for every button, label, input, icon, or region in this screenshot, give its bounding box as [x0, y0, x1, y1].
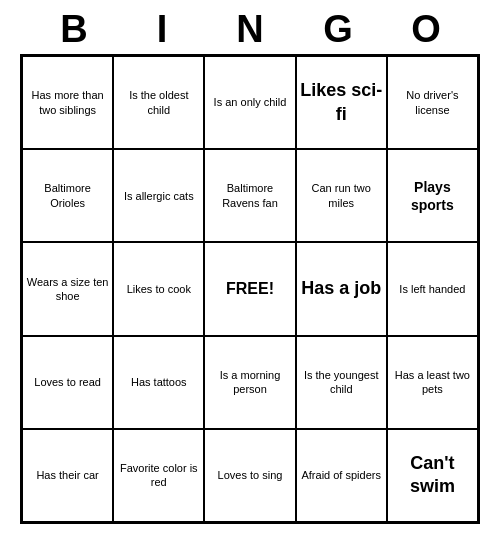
- bingo-letter-o: O: [382, 10, 470, 48]
- bingo-letter-n: N: [206, 10, 294, 48]
- bingo-grid: Has more than two siblingsIs the oldest …: [20, 54, 480, 524]
- bingo-cell-3: Likes sci-fi: [296, 56, 387, 149]
- bingo-cell-6: Is allergic cats: [113, 149, 204, 242]
- bingo-cell-4: No driver's license: [387, 56, 478, 149]
- bingo-cell-2: Is an only child: [204, 56, 295, 149]
- bingo-cell-7: Baltimore Ravens fan: [204, 149, 295, 242]
- bingo-cell-14: Is left handed: [387, 242, 478, 335]
- bingo-cell-19: Has a least two pets: [387, 336, 478, 429]
- bingo-cell-8: Can run two miles: [296, 149, 387, 242]
- bingo-cell-15: Loves to read: [22, 336, 113, 429]
- bingo-letter-i: I: [118, 10, 206, 48]
- bingo-cell-1: Is the oldest child: [113, 56, 204, 149]
- bingo-cell-16: Has tattoos: [113, 336, 204, 429]
- bingo-cell-10: Wears a size ten shoe: [22, 242, 113, 335]
- bingo-cell-23: Afraid of spiders: [296, 429, 387, 522]
- bingo-cell-18: Is the youngest child: [296, 336, 387, 429]
- bingo-cell-12: FREE!: [204, 242, 295, 335]
- bingo-cell-13: Has a job: [296, 242, 387, 335]
- bingo-cell-22: Loves to sing: [204, 429, 295, 522]
- bingo-cell-0: Has more than two siblings: [22, 56, 113, 149]
- bingo-cell-20: Has their car: [22, 429, 113, 522]
- bingo-cell-5: Baltimore Orioles: [22, 149, 113, 242]
- bingo-letter-g: G: [294, 10, 382, 48]
- bingo-title: BINGO: [10, 10, 490, 48]
- bingo-cell-17: Is a morning person: [204, 336, 295, 429]
- bingo-cell-9: Plays sports: [387, 149, 478, 242]
- bingo-cell-21: Favorite color is red: [113, 429, 204, 522]
- bingo-letter-b: B: [30, 10, 118, 48]
- bingo-cell-11: Likes to cook: [113, 242, 204, 335]
- bingo-cell-24: Can't swim: [387, 429, 478, 522]
